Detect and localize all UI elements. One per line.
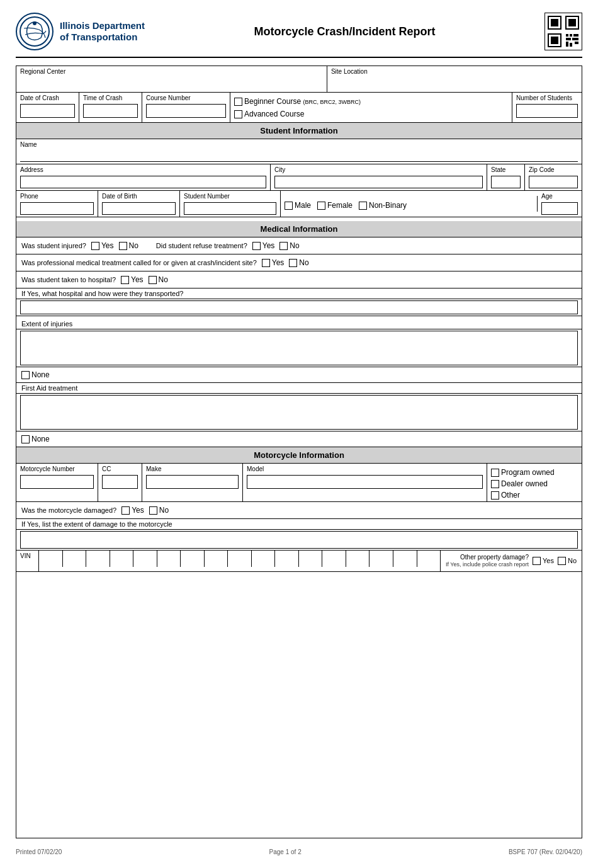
prof-no[interactable]: No — [289, 258, 308, 267]
state-label: State — [491, 166, 521, 173]
beginner-checkbox-box[interactable] — [234, 98, 242, 106]
footer-form-num: BSPE 707 (Rev. 02/04/20) — [509, 848, 582, 855]
injured-no-label: No — [129, 241, 138, 250]
program-owned-label: Program owned — [501, 468, 555, 477]
make-cell: Make — [142, 464, 243, 501]
nonbinary-checkbox[interactable]: Non-Binary — [359, 201, 407, 210]
refused-no[interactable]: No — [279, 241, 299, 250]
student-number-cell: Student Number — [180, 191, 281, 217]
regional-site-row: Regional Center Site Location — [16, 66, 582, 93]
none-injuries-checkbox[interactable]: None — [21, 370, 50, 379]
svg-rect-5 — [568, 19, 576, 26]
dealer-owned-checkbox[interactable]: Dealer owned — [491, 479, 578, 488]
professional-medical-question: Was professional medical treatment calle… — [21, 259, 257, 266]
refused-yes-label: Yes — [262, 241, 275, 250]
male-label: Male — [295, 201, 311, 210]
male-cb[interactable] — [285, 202, 293, 210]
program-owned-checkbox[interactable]: Program owned — [491, 468, 578, 477]
vin-box-10[interactable] — [252, 551, 276, 567]
model-cell: Model — [243, 464, 487, 501]
vin-box-1[interactable] — [39, 551, 63, 567]
city-cell: City — [271, 164, 487, 190]
male-checkbox[interactable]: Male — [285, 201, 311, 210]
vin-box-14[interactable] — [346, 551, 370, 567]
hospital-no[interactable]: No — [149, 275, 168, 284]
property-yes[interactable]: Yes — [533, 557, 554, 565]
advanced-course-checkbox[interactable]: Advanced Course — [234, 110, 304, 118]
form-title: Motorcycle Crash/Incident Report — [145, 25, 544, 38]
first-aid-input-row — [16, 394, 582, 431]
beginner-course-label: Beginner Course (BRC, BRC2, 3WBRC) — [244, 97, 361, 106]
vin-right-cell: Other property damage? If Yes, include p… — [440, 551, 582, 571]
phone-label: Phone — [20, 193, 94, 200]
vin-box-8[interactable] — [205, 551, 228, 567]
other-owned-checkbox[interactable]: Other — [491, 491, 578, 500]
moto-damaged-no-label: No — [159, 506, 169, 515]
prof-yes[interactable]: Yes — [262, 258, 285, 267]
female-cb[interactable] — [317, 202, 325, 210]
hospital-detail-label-row: If Yes, what hospital and how were they … — [16, 288, 582, 299]
hospital-yes[interactable]: Yes — [121, 275, 144, 284]
svg-rect-12 — [572, 38, 578, 40]
none-injuries-label: None — [31, 370, 50, 379]
first-aid-label: First Aid treatment — [21, 384, 77, 392]
refused-yes[interactable]: Yes — [252, 241, 275, 250]
beginner-course-checkbox[interactable]: Beginner Course (BRC, BRC2, 3WBRC) — [234, 97, 361, 106]
moto-damaged-row: Was the motorcycle damaged? Yes No — [16, 502, 582, 519]
injured-no[interactable]: No — [119, 241, 138, 250]
course-number-cell: Course Number — [142, 93, 230, 122]
injured-row: Was student injured? Yes No Did student … — [16, 237, 582, 254]
phone-dob-row: Phone Date of Birth Student Number Male … — [16, 191, 582, 217]
first-aid-label-row: First Aid treatment — [16, 383, 582, 394]
vin-boxes — [39, 551, 440, 571]
svg-rect-7 — [551, 37, 558, 44]
none-firstaid-checkbox[interactable]: None — [21, 435, 50, 443]
name-label: Name — [20, 141, 578, 148]
injured-yes-label: Yes — [101, 241, 114, 250]
injured-yes[interactable]: Yes — [91, 241, 114, 250]
vin-box-2[interactable] — [63, 551, 87, 567]
moto-damaged-yes[interactable]: Yes — [121, 506, 144, 515]
damage-input-row — [16, 530, 582, 551]
refused-no-label: No — [290, 241, 299, 250]
injured-question: Was student injured? — [21, 242, 86, 249]
svg-rect-14 — [570, 43, 572, 47]
time-of-crash-label: Time of Crash — [83, 94, 138, 101]
vin-box-5[interactable] — [133, 551, 157, 567]
moto-damaged-yes-label: Yes — [132, 506, 144, 515]
extent-injuries-label: Extent of injuries — [21, 320, 72, 328]
vin-box-7[interactable] — [181, 551, 205, 567]
moto-damaged-no[interactable]: No — [149, 506, 169, 515]
vin-box-16[interactable] — [393, 551, 417, 567]
nonbinary-cb[interactable] — [359, 202, 367, 210]
address-row: Address City State Zip Code — [16, 164, 582, 191]
vin-box-4[interactable] — [110, 551, 134, 567]
num-students-cell: Number of Students — [512, 93, 582, 122]
moto-number-label: Motorcycle Number — [20, 465, 94, 472]
logo-area: Illinois Department of Transportation — [16, 13, 145, 50]
medical-info-header: Medical Information — [16, 221, 582, 237]
time-of-crash-cell: Time of Crash — [79, 93, 142, 122]
property-no[interactable]: No — [558, 557, 577, 565]
vin-box-13[interactable] — [322, 551, 346, 567]
vin-box-15[interactable] — [370, 551, 393, 567]
prof-no-label: No — [299, 258, 308, 267]
gender-cell: Male Female Non-Binary — [281, 196, 538, 212]
female-checkbox[interactable]: Female — [317, 201, 353, 210]
svg-rect-11 — [566, 38, 571, 40]
regional-center-cell: Regional Center — [16, 66, 327, 92]
vin-box-11[interactable] — [275, 551, 299, 567]
hospital-detail-input-row — [16, 299, 582, 316]
svg-point-0 — [20, 17, 49, 46]
vin-box-3[interactable] — [86, 551, 110, 567]
vin-box-12[interactable] — [299, 551, 323, 567]
hospital-how-label: If Yes, what hospital and how were they … — [21, 290, 183, 297]
vin-box-17[interactable] — [417, 551, 441, 567]
course-number-label: Course Number — [146, 94, 226, 101]
dept-name: Illinois Department of Transportation — [60, 20, 145, 43]
female-label: Female — [327, 201, 353, 210]
regional-center-label: Regional Center — [20, 68, 323, 75]
vin-box-6[interactable] — [157, 551, 181, 567]
vin-box-9[interactable] — [228, 551, 252, 567]
advanced-checkbox-box[interactable] — [234, 110, 242, 118]
